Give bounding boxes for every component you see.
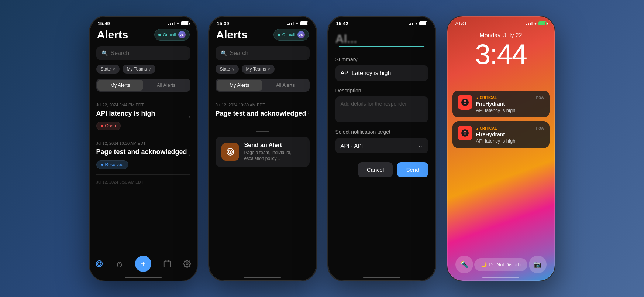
alert-item-2[interactable]: Jul 12, 2024 10:30 AM EDT Page test and … xyxy=(96,136,190,174)
wifi-icon-3: ▾ xyxy=(415,21,417,26)
oncall-label-1: On-call xyxy=(163,33,176,37)
notif-content-1: CRITICAL now FireHydrant API latency is … xyxy=(476,95,544,113)
moon-icon: 🌙 xyxy=(481,262,487,267)
alerts-title-2: Alerts xyxy=(216,28,248,41)
signal-icon-2 xyxy=(287,22,294,25)
oncall-dot-2 xyxy=(278,34,280,36)
notif-app-icon-1 xyxy=(458,95,472,110)
status-bar-4: AT&T ▾ xyxy=(447,16,555,28)
screen-content-1: Alerts On-call JS 🔍 Search State My Team… xyxy=(90,28,197,192)
alerts-title-row-2: Alerts On-call JS xyxy=(216,28,310,41)
nav-plus-button-1[interactable]: + xyxy=(135,256,151,272)
oncall-badge-1[interactable]: On-call JS xyxy=(154,29,190,41)
notification-target-select[interactable]: API - API ⌄ xyxy=(335,138,428,153)
lock-time-area: Monday, July 22 3:44 xyxy=(447,28,555,68)
wifi-icon-4: ▾ xyxy=(534,21,537,26)
oncall-avatar-2: JS xyxy=(297,31,305,38)
notif-app-icon-2 xyxy=(458,126,472,140)
send-button[interactable]: Send xyxy=(397,162,428,177)
lock-bottom-actions: 🔦 🌙 Do Not Disturb 📷 xyxy=(447,256,555,273)
svg-point-6 xyxy=(186,263,188,265)
notif-critical-1: CRITICAL xyxy=(476,96,497,100)
nav-settings-icon-1[interactable] xyxy=(183,260,191,268)
description-textarea[interactable]: Add details for the responder xyxy=(335,96,428,122)
chevron-down-icon: ⌄ xyxy=(418,142,423,149)
nav-alerts-icon-1[interactable] xyxy=(95,260,103,268)
description-label: Description xyxy=(335,88,428,93)
oncall-badge-2[interactable]: On-call JS xyxy=(273,29,309,41)
camera-button[interactable]: 📷 xyxy=(529,256,547,273)
search-bar-1[interactable]: 🔍 Search xyxy=(96,46,190,60)
form-buttons: Cancel Send xyxy=(335,162,428,177)
home-indicator-2 xyxy=(244,277,281,278)
status-icons-3: ▾ xyxy=(409,21,427,26)
chevron-right-2: › xyxy=(188,152,190,158)
tab-my-alerts-1[interactable]: My Alerts xyxy=(97,80,144,91)
status-bar-3: 15:42 ▾ xyxy=(328,16,435,28)
tab-all-alerts-2[interactable]: All Alerts xyxy=(262,80,309,91)
notif-time-1: now xyxy=(536,95,544,100)
nav-fire-icon-1[interactable] xyxy=(115,260,123,268)
battery-icon-4 xyxy=(538,21,547,25)
cancel-button[interactable]: Cancel xyxy=(358,162,393,177)
svg-point-0 xyxy=(96,261,103,267)
svg-point-1 xyxy=(98,262,101,265)
notification-target-label: Select notification target xyxy=(335,129,428,135)
search-bar-2[interactable]: 🔍 Search xyxy=(216,46,310,60)
alerts-title-1: Alerts xyxy=(97,28,128,41)
phone-3: 15:42 ▾ Al... Summary API Latency is hig… xyxy=(327,16,436,281)
notif-content-2: CRITICAL now FireHydrant API latency is … xyxy=(476,126,544,144)
alert-item-1[interactable]: Jul 22, 2024 3:44 PM EDT API latency is … xyxy=(96,98,190,136)
notif-app-name-1: FireHydrant xyxy=(476,101,544,107)
send-alert-text: Send an Alert Page a team, individual, e… xyxy=(244,142,304,161)
wifi-icon-2: ▾ xyxy=(296,21,298,26)
notif-card-2[interactable]: CRITICAL now FireHydrant API latency is … xyxy=(452,121,550,148)
teal-progress-line xyxy=(339,46,425,47)
summary-label: Summary xyxy=(335,57,428,62)
filter-state-2[interactable]: State xyxy=(216,65,239,74)
dnd-button[interactable]: 🌙 Do Not Disturb xyxy=(474,258,527,271)
send-alert-icon xyxy=(221,143,239,161)
summary-input[interactable]: API Latency is high xyxy=(335,65,428,81)
alert-item-3[interactable]: Jul 12, 2024 8:50 AM EDT xyxy=(96,175,190,192)
signal-icon-1 xyxy=(168,22,175,25)
wifi-icon-1: ▾ xyxy=(177,21,179,26)
form-section-3: Summary API Latency is high Description … xyxy=(328,51,435,182)
chevron-right-p2: › xyxy=(307,109,309,116)
home-indicator-4 xyxy=(482,277,519,278)
battery-icon-1 xyxy=(181,21,189,25)
oncall-dot-1 xyxy=(158,34,161,36)
tab-my-alerts-2[interactable]: My Alerts xyxy=(217,80,263,91)
status-bar-2: 15:39 ▾ xyxy=(209,16,316,28)
tab-selector-2: My Alerts All Alerts xyxy=(216,79,310,92)
svg-point-11 xyxy=(464,103,466,104)
svg-point-13 xyxy=(464,133,466,135)
search-placeholder-2: Search xyxy=(230,50,249,57)
flashlight-button[interactable]: 🔦 xyxy=(455,256,473,273)
send-alert-card[interactable]: Send an Alert Page a team, individual, e… xyxy=(216,137,310,167)
tab-all-alerts-1[interactable]: All Alerts xyxy=(143,80,189,91)
drag-indicator-2 xyxy=(256,131,269,132)
battery-icon-3 xyxy=(419,21,427,25)
filter-state-1[interactable]: State xyxy=(96,65,120,74)
time-2: 15:39 xyxy=(217,21,229,26)
lock-clock: 3:44 xyxy=(447,40,555,68)
notif-time-2: now xyxy=(536,126,544,131)
alert-date-2: Jul 12, 2024 10:30 AM EDT xyxy=(96,141,190,146)
tab-selector-1: My Alerts All Alerts xyxy=(96,79,190,92)
filter-teams-1[interactable]: My Teams xyxy=(123,65,155,74)
filter-teams-2[interactable]: My Teams xyxy=(242,65,275,74)
alert-date-1: Jul 22, 2024 3:44 PM EDT xyxy=(96,103,190,107)
signal-icon-3 xyxy=(409,22,413,25)
search-placeholder-1: Search xyxy=(111,50,130,57)
notif-header-1: CRITICAL now xyxy=(476,95,544,100)
phone-1: 15:49 ▾ Alerts On-call JS 🔍 Search xyxy=(89,16,198,281)
alert-date-3: Jul 12, 2024 8:50 AM EDT xyxy=(96,180,190,184)
filter-row-1: State My Teams xyxy=(96,65,190,74)
svg-rect-2 xyxy=(164,261,171,267)
search-icon-1: 🔍 xyxy=(101,50,108,56)
alert-date-p2: Jul 12, 2024 10:30 AM EDT xyxy=(216,103,310,107)
nav-calendar-icon-1[interactable] xyxy=(163,260,171,268)
alert-item-p2[interactable]: Jul 12, 2024 10:30 AM EDT Page test and … xyxy=(216,98,310,127)
notif-card-1[interactable]: CRITICAL now FireHydrant API latency is … xyxy=(452,91,550,117)
